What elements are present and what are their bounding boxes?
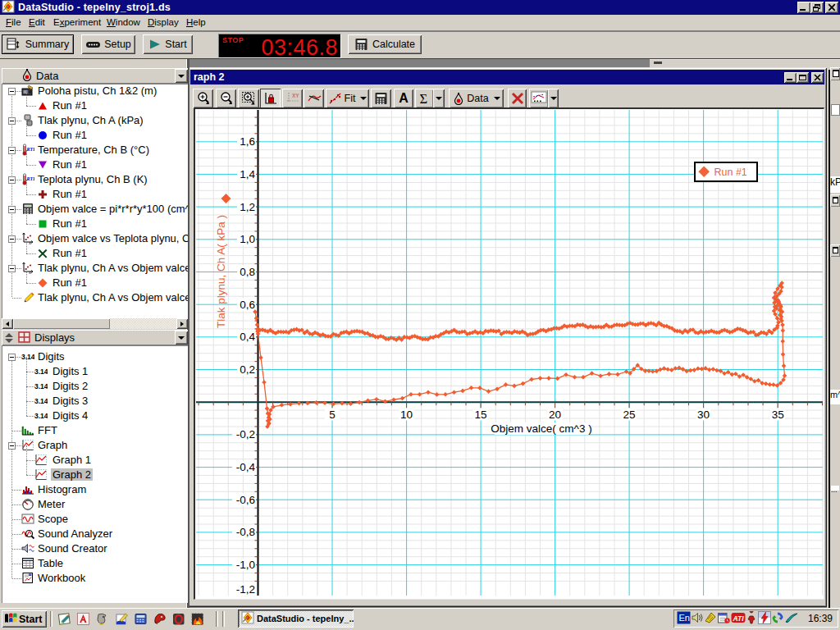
svg-text:-0,4: -0,4 xyxy=(236,461,256,473)
svg-text:-0,2: -0,2 xyxy=(236,428,255,441)
svg-text:En: En xyxy=(679,613,690,623)
svg-text:3.14: 3.14 xyxy=(34,382,48,390)
svg-text:3.14: 3.14 xyxy=(21,353,34,361)
svg-text:3.14: 3.14 xyxy=(34,412,48,420)
svg-text:1,4: 1,4 xyxy=(240,168,255,180)
svg-text:35: 35 xyxy=(772,409,784,421)
svg-text:0,6: 0,6 xyxy=(240,299,255,311)
svg-text:Objem valce( cm^3 ): Objem valce( cm^3 ) xyxy=(491,422,591,435)
svg-text:0,2: 0,2 xyxy=(240,363,255,376)
svg-text:-1,2: -1,2 xyxy=(236,583,255,596)
svg-text:10: 10 xyxy=(400,409,413,421)
svg-text:XY: XY xyxy=(292,93,299,98)
svg-text:3.14: 3.14 xyxy=(34,397,48,405)
svg-text:3.14: 3.14 xyxy=(34,368,48,376)
svg-text:1,2: 1,2 xyxy=(240,201,255,213)
svg-text:-0,8: -0,8 xyxy=(236,526,255,538)
svg-text:0,4: 0,4 xyxy=(240,331,255,343)
svg-text:Run #1: Run #1 xyxy=(714,167,747,178)
svg-text:1,0: 1,0 xyxy=(240,233,255,245)
svg-text:ATI: ATI xyxy=(733,614,745,622)
svg-text:Tlak plynu, Ch A( kPa ): Tlak plynu, Ch A( kPa ) xyxy=(215,215,227,328)
svg-text:-0,6: -0,6 xyxy=(236,494,255,506)
svg-text:30: 30 xyxy=(697,409,710,421)
svg-text:RTD: RTD xyxy=(26,176,35,181)
svg-text:Σ: Σ xyxy=(419,92,427,105)
svg-text:x: x xyxy=(29,240,31,244)
svg-text:RTD: RTD xyxy=(26,147,35,152)
svg-text:20: 20 xyxy=(549,409,561,421)
svg-text:0,8: 0,8 xyxy=(240,266,255,278)
svg-text:15: 15 xyxy=(475,409,487,421)
svg-text:25: 25 xyxy=(623,409,636,421)
svg-text:1,6: 1,6 xyxy=(240,135,255,148)
svg-text:-1,0: -1,0 xyxy=(236,559,255,571)
svg-text:x: x xyxy=(29,270,31,274)
svg-text:5: 5 xyxy=(329,409,336,421)
